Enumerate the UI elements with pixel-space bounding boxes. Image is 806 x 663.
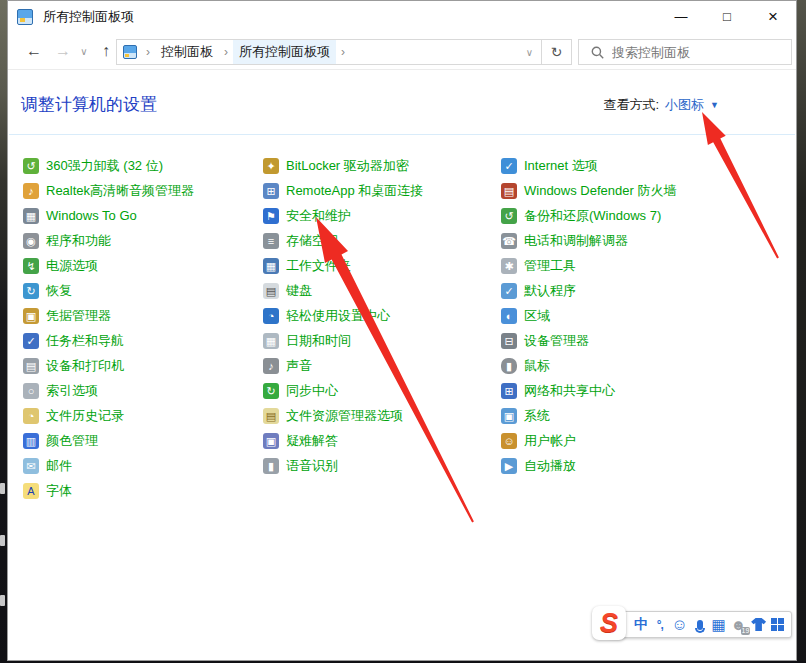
control-panel-item[interactable]: ▦ 日期和时间 [263,328,501,353]
control-panel-item[interactable]: ✦ BitLocker 驱动器加密 [263,153,501,178]
item-label: 鼠标 [524,357,550,375]
desktop-background-right [797,0,806,663]
keyboard-icon: ▤ [263,283,279,299]
control-panel-item[interactable]: ☎ 电话和调制解调器 [501,228,739,253]
refresh-icon[interactable]: ↻ [541,39,571,65]
control-panel-item[interactable]: ↻ 恢复 [23,278,261,303]
control-panel-item[interactable]: ▤ Windows Defender 防火墙 [501,178,739,203]
speech-recognition-icon: ▮ [263,458,279,474]
control-panel-item[interactable]: ▮ 语音识别 [263,453,501,478]
control-panel-item[interactable]: ≡ 存储空间 [263,228,501,253]
view-by-value[interactable]: 小图标 [665,96,704,114]
control-panel-item[interactable]: ✓ 任务栏和导航 [23,328,261,353]
sound-icon: ♪ [263,358,279,374]
control-panel-item[interactable]: ♪ Realtek高清晰音频管理器 [23,178,261,203]
control-panel-item[interactable]: ▥ 颜色管理 [23,428,261,453]
ease-of-access-icon: ◔ [263,308,279,324]
item-label: 区域 [524,307,550,325]
ime-account-icon[interactable]: ☻ 19 [731,616,747,633]
forward-icon: → [50,38,76,64]
item-label: 工作文件夹 [286,257,351,275]
control-panel-window: 所有控制面板项 — □ × ← → ∨ ↑ › 控制面板 › 所有控制面板项 ›… [7,0,797,661]
control-panel-item[interactable]: ♪ 声音 [263,353,501,378]
control-panel-item[interactable]: ▤ 键盘 [263,278,501,303]
control-panel-item[interactable]: ☺ 用户帐户 [501,428,739,453]
control-panel-item[interactable]: ▣ 凭据管理器 [23,303,261,328]
item-label: 邮件 [46,457,72,475]
control-panel-item[interactable]: ↻ 同步中心 [263,378,501,403]
control-panel-item[interactable]: ▤ 设备和打印机 [23,353,261,378]
item-label: 电话和调制解调器 [524,232,628,250]
ime-toolbox-icon[interactable] [771,618,785,631]
item-label: 网络和共享中心 [524,382,615,400]
minimize-button[interactable]: — [658,1,704,32]
storage-spaces-icon: ≡ [263,233,279,249]
work-folders-icon: ▦ [263,258,279,274]
control-panel-item[interactable]: ⚑ 安全和维护 [263,203,501,228]
breadcrumb-control-panel[interactable]: 控制面板 [155,40,219,64]
control-panel-item[interactable]: ✱ 管理工具 [501,253,739,278]
control-panel-item[interactable]: ✓ 默认程序 [501,278,739,303]
internet-options-icon: ✓ [501,158,517,174]
sogou-logo[interactable]: S [592,606,626,640]
close-button[interactable]: × [750,1,796,32]
control-panel-item[interactable]: ▮ 鼠标 [501,353,739,378]
ime-emoji-icon[interactable]: ☺ [672,616,688,634]
up-icon[interactable]: ↑ [94,38,118,64]
control-panel-item[interactable]: ▣ 疑难解答 [263,428,501,453]
title-bar[interactable]: 所有控制面板项 — □ × [8,1,796,32]
item-label: Windows To Go [46,208,137,223]
back-icon[interactable]: ← [20,38,48,64]
control-panel-item[interactable]: ▶ 自动播放 [501,453,739,478]
history-dropdown-icon[interactable]: ∨ [76,38,92,64]
control-panel-item[interactable]: A 字体 [23,478,261,503]
breadcrumb-all-control-panel-items[interactable]: 所有控制面板项 [233,40,336,64]
control-panel-item[interactable]: ▦ Windows To Go [23,203,261,228]
window-controls: — □ × [658,1,796,32]
ime-punctuation-toggle[interactable]: °, [653,618,667,632]
item-label: Windows Defender 防火墙 [524,182,676,200]
item-label: 存储空间 [286,232,338,250]
device-manager-icon: ⊟ [501,333,517,349]
troubleshooting-icon: ▣ [263,433,279,449]
control-panel-item[interactable]: ◔ 文件历史记录 [23,403,261,428]
breadcrumb-separator-icon: › [336,45,350,59]
desktop-icon-label-fragment [0,535,5,546]
ime-chinese-mode-toggle[interactable]: 中 [634,616,648,634]
control-panel-item[interactable]: ▣ 系统 [501,403,739,428]
ime-toolbar: 中 °, ☺ ▦ ☻ 19 [609,611,792,638]
maximize-button[interactable]: □ [704,1,750,32]
remoteapp-icon: ⊞ [263,183,279,199]
control-panel-item[interactable]: ◐ 区域 [501,303,739,328]
ime-skin-icon[interactable] [751,618,766,631]
ime-level-badge: 19 [741,627,751,635]
control-panel-item[interactable]: ↺ 360强力卸载 (32 位) [23,153,261,178]
item-label: Realtek高清晰音频管理器 [46,182,194,200]
control-panel-item[interactable]: ⊞ RemoteApp 和桌面连接 [263,178,501,203]
control-panel-item[interactable]: ◉ 程序和功能 [23,228,261,253]
item-label: 安全和维护 [286,207,351,225]
control-panel-item[interactable]: ◔ 轻松使用设置中心 [263,303,501,328]
search-box[interactable] [578,39,792,65]
address-dropdown-icon[interactable]: ∨ [518,47,541,58]
chevron-down-icon[interactable]: ▼ [710,100,719,110]
search-input[interactable] [612,45,788,60]
control-panel-icon [123,45,137,59]
control-panel-item[interactable]: ↯ 电源选项 [23,253,261,278]
control-panel-item[interactable]: ▤ 文件资源管理器选项 [263,403,501,428]
control-panel-item[interactable]: ✓ Internet 选项 [501,153,739,178]
item-label: 电源选项 [46,257,98,275]
control-panel-item[interactable]: ⊞ 网络和共享中心 [501,378,739,403]
item-label: 系统 [524,407,550,425]
ime-soft-keyboard-icon[interactable]: ▦ [712,616,726,634]
ime-microphone-icon[interactable] [693,620,707,630]
control-panel-item[interactable]: ↺ 备份和还原(Windows 7) [501,203,739,228]
control-panel-item[interactable]: ▦ 工作文件夹 [263,253,501,278]
address-bar[interactable]: › 控制面板 › 所有控制面板项 › ∨ ↻ [116,39,572,65]
item-label: 360强力卸载 (32 位) [46,157,163,175]
control-panel-item[interactable]: ⊟ 设备管理器 [501,328,739,353]
bitlocker-icon: ✦ [263,158,279,174]
control-panel-item[interactable]: ✉ 邮件 [23,453,261,478]
sogou-s-icon: S [600,610,618,637]
control-panel-item[interactable]: ○ 索引选项 [23,378,261,403]
